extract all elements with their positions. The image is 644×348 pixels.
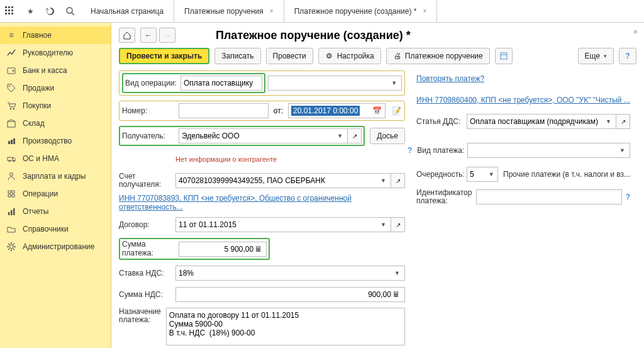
chevron-down-icon[interactable]: ▼ [604,118,613,125]
svg-rect-17 [8,141,10,144]
purpose-label: Назначение платежа: [119,308,166,324]
sum-input[interactable] [182,245,253,254]
post-and-close-button[interactable]: Провести и закрыть [119,48,209,64]
recipient-bank-link[interactable]: ИНН 7707083893, КПП <не требуется>, Обще… [119,194,405,211]
chevron-down-icon[interactable]: ▼ [488,171,495,177]
op-type-extra-input[interactable] [271,79,389,87]
svg-point-13 [9,86,10,87]
settings-button[interactable]: ⚙Настройка [318,48,381,64]
post-button[interactable]: Провести [266,48,313,64]
purpose-input[interactable] [166,308,405,345]
help-button[interactable]: ? [619,48,636,64]
truck-icon [6,154,16,164]
structure-button[interactable] [495,48,513,64]
tab-list[interactable]: Платежные поручения× [174,0,284,22]
sidebar-item-bank[interactable]: Банк и касса [0,62,111,79]
number-input[interactable] [182,106,265,115]
forward-button[interactable]: → [159,28,175,43]
history-icon[interactable] [40,0,60,23]
number-label: Номер: [122,106,179,115]
sidebar-item-label: Главное [23,31,52,40]
chevron-down-icon[interactable]: ▼ [379,177,388,184]
dds-input[interactable] [470,117,604,126]
tab-home[interactable]: Начальная страница [80,0,174,22]
sidebar-item-main[interactable]: ≡Главное [0,26,111,44]
gear-icon: ⚙ [325,52,334,60]
sidebar-item-warehouse[interactable]: Склад [0,115,111,132]
menu-icon: ≡ [6,30,16,40]
priority-input[interactable] [470,170,488,179]
calculator-icon[interactable]: 🖩 [253,245,264,254]
sidebar-item-assets[interactable]: ОС и НМА [0,150,111,167]
date-input[interactable]: 20.01.2017 0:00:00 📅 [288,103,386,118]
vat-sum-input[interactable] [179,290,391,299]
folder-icon [6,224,16,234]
sidebar-item-reports[interactable]: Отчеты [0,203,111,220]
sidebar-item-label: Склад [23,119,45,128]
svg-rect-2 [11,6,13,8]
open-icon[interactable]: ↗ [391,217,405,232]
recipient-input[interactable] [182,132,335,140]
contract-input[interactable] [179,220,379,229]
chevron-down-icon[interactable]: ▼ [392,270,402,276]
chevron-down-icon[interactable]: ▼ [618,147,627,154]
calendar-icon[interactable]: 📅 [371,106,382,115]
repeat-payment-link[interactable]: Повторять платеж? [416,74,484,83]
sidebar-item-label: Продажи [23,84,54,93]
home-button[interactable] [119,28,135,43]
cart-icon [6,101,16,111]
sidebar-item-label: ОС и НМА [23,154,59,163]
report-icon [6,206,16,216]
dossier-button[interactable]: Досье [370,128,405,144]
sidebar-item-sales[interactable]: Продажи [0,79,111,97]
pay-type-input[interactable] [470,146,618,155]
search-icon[interactable] [60,0,80,23]
svg-point-21 [9,160,11,162]
svg-rect-36 [501,53,507,59]
tab-document[interactable]: Платежное поручение (создание) *× [284,0,438,22]
more-button[interactable]: Еще [578,48,614,64]
chevron-down-icon[interactable]: ▼ [379,222,388,228]
account-help-icon[interactable]: ? [408,146,412,155]
account-input[interactable] [179,176,379,185]
button-label: Провести [273,52,306,60]
chevron-down-icon[interactable]: ▼ [389,80,399,86]
account-label: Счет получателя: [119,172,175,189]
svg-rect-3 [5,9,7,11]
back-button[interactable]: ← [140,28,157,43]
inn-link[interactable]: ИНН 7709860400, КПП <не требуется>, ООО … [416,96,630,104]
sidebar-item-purchases[interactable]: Покупки [0,97,111,115]
tab-label: Начальная страница [91,7,164,16]
box-icon [6,118,16,128]
calculator-icon[interactable]: 🖩 [391,290,402,299]
sidebar-item-hr[interactable]: Зарплата и кадры [0,167,111,185]
open-icon[interactable]: ↗ [391,173,405,188]
svg-line-32 [8,244,9,245]
tag-icon [6,83,16,93]
sidebar-item-operations[interactable]: Операции [0,185,111,203]
pay-id-input[interactable] [479,193,619,201]
chevron-down-icon[interactable]: ▼ [335,133,345,139]
svg-rect-20 [8,157,13,160]
sidebar-item-admin[interactable]: Администрирование [0,238,111,255]
sidebar-item-catalogs[interactable]: Справочники [0,220,111,238]
note-icon[interactable]: 📝 [391,106,402,115]
sidebar-item-production[interactable]: Производство [0,132,111,150]
open-icon[interactable]: ↗ [616,114,630,129]
close-page-button[interactable]: × [633,28,638,36]
apps-icon[interactable] [0,0,20,23]
svg-line-35 [8,249,9,250]
pay-id-help-icon[interactable]: ? [626,193,630,201]
close-icon[interactable]: × [270,8,274,14]
write-button[interactable]: Записать [214,48,260,64]
close-icon[interactable]: × [423,8,427,14]
star-icon[interactable]: ★ [20,0,40,23]
svg-line-34 [13,244,14,245]
open-icon[interactable]: ↗ [348,128,362,143]
svg-point-22 [13,160,15,162]
sidebar-item-manager[interactable]: Руководителю [0,44,111,62]
vat-rate-input[interactable] [179,269,392,278]
print-form-button[interactable]: 🖨Платежное поручение [386,48,490,64]
svg-rect-8 [11,13,13,14]
op-type-input[interactable] [184,79,259,87]
